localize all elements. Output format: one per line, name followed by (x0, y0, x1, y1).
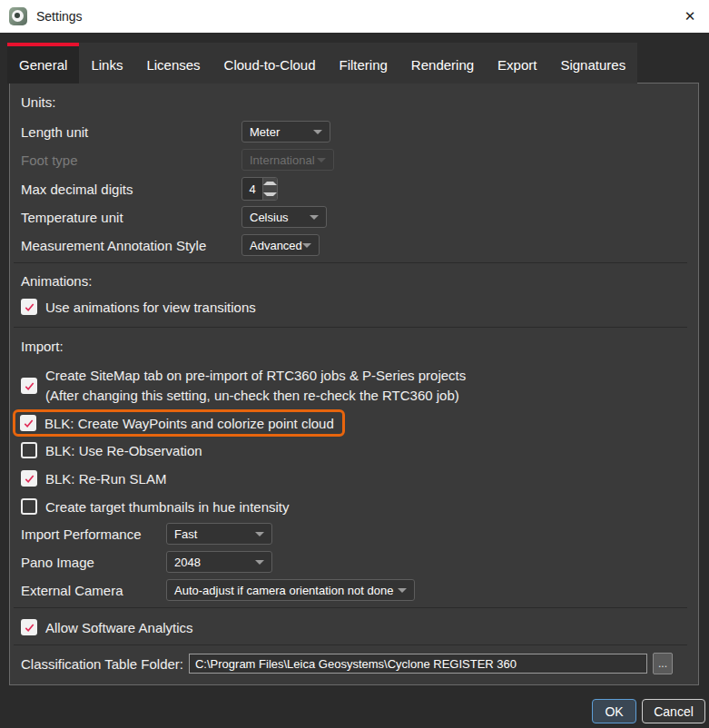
tab-rendering[interactable]: Rendering (399, 43, 486, 84)
checkmark-icon (23, 418, 34, 429)
browse-button[interactable]: ... (653, 653, 673, 674)
allow-analytics-checkbox[interactable] (21, 619, 37, 635)
use-animations-row: Use animations for view transitions (21, 298, 689, 316)
triangle-down-icon (263, 192, 277, 196)
tab-filtering[interactable]: Filtering (328, 43, 399, 84)
create-sitemap-label: Create SiteMap tab on pre-import of RTC3… (45, 366, 466, 406)
max-decimal-digits-value: 4 (242, 178, 262, 200)
target-thumbnails-row: Create target thumbnails in hue intensit… (21, 497, 689, 516)
external-camera-value: Auto-adjust if camera orientation not do… (174, 584, 393, 597)
temperature-unit-row: Temperature unit Celsius (21, 206, 689, 228)
animations-section-label: Animations: (21, 273, 689, 290)
tab-signatures[interactable]: Signatures (548, 43, 637, 84)
checkmark-icon (24, 622, 35, 634)
divider (14, 262, 687, 263)
tab-general[interactable]: General (7, 43, 79, 84)
foot-type-row: Foot type International (21, 149, 689, 171)
allow-analytics-label: Allow Software Analytics (45, 620, 193, 635)
measurement-annotation-style-dropdown[interactable]: Advanced (241, 234, 320, 256)
import-section-label: Import: (21, 339, 689, 355)
pano-image-label: Pano Image (21, 555, 166, 570)
close-icon[interactable]: ✕ (671, 0, 709, 33)
divider (14, 607, 687, 608)
allow-analytics-row: Allow Software Analytics (21, 618, 689, 636)
blk-reobservation-checkbox[interactable] (21, 442, 37, 458)
max-decimal-digits-row: Max decimal digits 4 (21, 177, 689, 201)
blk-waypoints-checkbox[interactable] (20, 415, 36, 431)
chevron-down-icon (398, 588, 407, 593)
blk-rerun-slam-row: BLK: Re-Run SLAM (21, 469, 689, 487)
use-animations-label: Use animations for view transitions (45, 300, 256, 315)
checkmark-icon (24, 473, 35, 485)
create-sitemap-row: Create SiteMap tab on pre-import of RTC3… (21, 366, 689, 406)
external-camera-row: External Camera Auto-adjust if camera or… (21, 579, 689, 601)
pano-image-value: 2048 (174, 556, 201, 569)
blk-waypoints-highlight-box: BLK: Create WayPoints and colorize point… (13, 409, 345, 437)
length-unit-row: Length unit Meter (21, 121, 689, 143)
divider (14, 327, 687, 328)
spinner-down-button[interactable] (263, 189, 277, 200)
length-unit-dropdown[interactable]: Meter (241, 121, 330, 143)
window-title: Settings (36, 9, 83, 24)
spinner-up-button[interactable] (263, 178, 277, 189)
classification-folder-row: Classification Table Folder: ... (21, 653, 689, 674)
app-icon (9, 7, 27, 25)
chevron-down-icon (317, 158, 326, 162)
classification-folder-input[interactable] (189, 654, 647, 674)
tab-export[interactable]: Export (486, 43, 548, 84)
dialog-footer: OK Cancel (592, 699, 705, 723)
import-performance-row: Import Performance Fast (21, 523, 689, 545)
max-decimal-digits-stepper[interactable]: 4 (241, 177, 278, 201)
ok-button[interactable]: OK (592, 699, 636, 723)
chevron-down-icon (255, 560, 264, 565)
chevron-down-icon (302, 243, 311, 248)
general-settings-panel: Units: Length unit Meter Foot type Inter… (9, 83, 699, 685)
tab-strip: General Links Licenses Cloud-to-Cloud Fi… (7, 43, 637, 84)
foot-type-dropdown: International (241, 149, 334, 171)
divider (14, 644, 687, 645)
import-performance-dropdown[interactable]: Fast (166, 523, 272, 545)
target-thumbnails-label: Create target thumbnails in hue intensit… (45, 499, 289, 515)
temperature-unit-value: Celsius (250, 211, 289, 224)
external-camera-dropdown[interactable]: Auto-adjust if camera orientation not do… (166, 579, 415, 601)
temperature-unit-dropdown[interactable]: Celsius (241, 206, 327, 228)
temperature-unit-label: Temperature unit (21, 210, 241, 225)
pano-image-dropdown[interactable]: 2048 (166, 551, 272, 573)
chevron-down-icon (255, 532, 264, 536)
blk-waypoints-label: BLK: Create WayPoints and colorize point… (44, 416, 334, 431)
triangle-up-icon (263, 182, 277, 185)
foot-type-label: Foot type (21, 152, 241, 168)
units-section-label: Units: (21, 94, 689, 111)
import-performance-value: Fast (174, 527, 197, 541)
title-bar: Settings ✕ (0, 0, 709, 33)
blk-reobservation-row: BLK: Use Re-Observation (21, 441, 689, 459)
max-decimal-digits-label: Max decimal digits (21, 182, 241, 197)
length-unit-label: Length unit (21, 124, 241, 140)
foot-type-value: International (250, 153, 315, 167)
chevron-down-icon (313, 130, 322, 134)
use-animations-checkbox[interactable] (21, 299, 37, 315)
tab-cloud-to-cloud[interactable]: Cloud-to-Cloud (212, 43, 328, 84)
measurement-annotation-style-label: Measurement Annotation Style (21, 238, 241, 253)
create-sitemap-checkbox[interactable] (21, 378, 37, 394)
blk-rerun-slam-checkbox[interactable] (21, 470, 37, 487)
import-performance-label: Import Performance (21, 526, 166, 542)
blk-reobservation-label: BLK: Use Re-Observation (45, 443, 202, 458)
classification-folder-label: Classification Table Folder: (21, 656, 183, 672)
target-thumbnails-checkbox[interactable] (21, 498, 37, 515)
external-camera-label: External Camera (21, 583, 166, 598)
pano-image-row: Pano Image 2048 (21, 551, 689, 573)
checkmark-icon (24, 301, 35, 313)
chevron-down-icon (310, 215, 319, 220)
tab-links[interactable]: Links (79, 43, 134, 84)
blk-rerun-slam-label: BLK: Re-Run SLAM (45, 471, 166, 487)
measurement-annotation-style-row: Measurement Annotation Style Advanced (21, 234, 689, 256)
cancel-button[interactable]: Cancel (642, 699, 705, 723)
measurement-annotation-style-value: Advanced (250, 239, 302, 252)
length-unit-value: Meter (250, 125, 280, 139)
checkmark-icon (24, 380, 35, 392)
tab-licenses[interactable]: Licenses (134, 43, 212, 84)
